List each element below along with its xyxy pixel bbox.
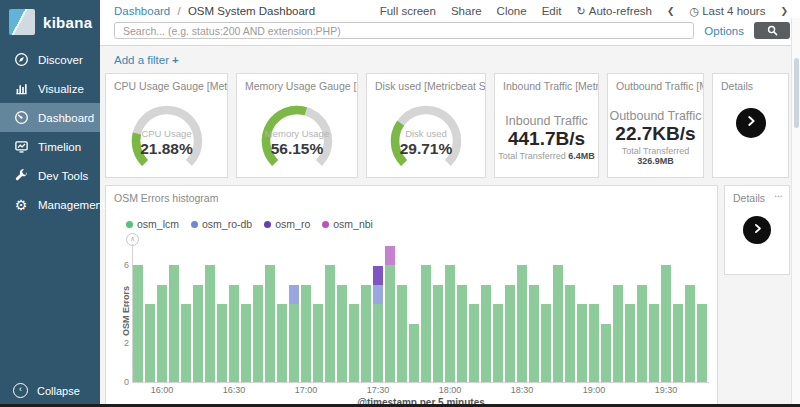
histogram-bar[interactable] [289,285,299,382]
sidebar-item-label: Dashboard [38,112,94,124]
histogram-bar[interactable] [421,265,431,382]
gauge-icon [13,110,29,126]
x-tick-label: 16:30 [223,385,246,395]
histogram-bar[interactable] [493,304,503,382]
y-axis-label: OSM Errors [121,281,131,341]
main-area: Dashboard / OSM System Dashboard Full sc… [100,0,800,407]
filter-bar: Add a filter+ [100,46,800,73]
kibana-logo-text: kibana [43,14,92,31]
plus-icon: + [172,54,179,66]
metric-subtext: Total Transferred 6.4MB [498,151,595,161]
edit-button[interactable]: Edit [542,5,562,17]
histogram-bar[interactable] [193,285,203,382]
sidebar-item-visualize[interactable]: Visualize [0,74,100,103]
breadcrumb: Dashboard / OSM System Dashboard [114,5,315,17]
histogram-bar[interactable] [517,265,527,382]
histogram-bar[interactable] [577,304,587,382]
histogram-bar[interactable] [373,266,383,382]
full-screen-button[interactable]: Full screen [380,5,436,17]
histogram-bar[interactable] [553,265,563,382]
histogram-bar[interactable] [445,265,455,382]
histogram-bar[interactable] [145,304,155,382]
legend-item-osm_ro-db[interactable]: osm_ro-db [191,218,252,230]
histogram-bar[interactable] [697,304,707,382]
wrench-icon [13,168,29,184]
sidebar-item-management[interactable]: ⚙ Management [0,190,100,219]
details-expand-button[interactable] [736,108,766,138]
collapse-arrow-icon: ‹ [13,383,28,398]
histogram-bar[interactable] [625,304,635,382]
time-back-chevron[interactable]: ❮ [667,6,675,16]
histogram-bar[interactable] [601,324,611,382]
search-input[interactable] [114,22,694,39]
histogram-bar[interactable] [673,304,683,382]
histogram-bar[interactable] [505,285,515,382]
histogram-bar[interactable] [217,304,227,382]
panel-options-menu[interactable]: ••• [775,193,783,199]
kibana-logo[interactable]: kibana [0,0,100,45]
histogram-bar[interactable] [589,304,599,382]
clock-icon: ◷ [690,5,700,17]
histogram-bar[interactable] [637,285,647,382]
histogram-bar[interactable] [565,285,575,382]
legend-label: osm_ro-db [202,218,252,230]
x-tick-label: 17:00 [295,385,318,395]
histogram-bar[interactable] [169,265,179,382]
options-link[interactable]: Options [704,25,744,37]
time-forward-chevron[interactable]: ❯ [780,6,788,16]
breadcrumb-dashboard-link[interactable]: Dashboard [114,5,170,17]
histogram-bar[interactable] [409,324,419,382]
sidebar-collapse-button[interactable]: ‹ Collapse [0,383,80,398]
histogram-bar[interactable] [229,285,239,382]
sidebar-item-timelion[interactable]: Timelion [0,132,100,161]
histogram-bar[interactable] [313,304,323,382]
time-picker-button[interactable]: ◷Last 4 hours [690,5,766,18]
histogram-bar[interactable] [649,304,659,382]
histogram-bar[interactable] [205,265,215,382]
sidebar-item-dashboard[interactable]: Dashboard [0,103,100,132]
histogram-bar[interactable] [361,285,371,382]
histogram-bar[interactable] [277,304,287,382]
y-tick-label: 2 [115,338,129,348]
histogram-bar[interactable] [661,265,671,382]
legend-item-osm_lcm[interactable]: osm_lcm [126,218,179,230]
histogram-bar[interactable] [613,285,623,382]
histogram-bar[interactable] [181,304,191,382]
histogram-bar[interactable] [241,304,251,382]
sidebar-item-dev-tools[interactable]: Dev Tools [0,161,100,190]
histogram-bar[interactable] [301,285,311,382]
legend-item-osm_nbi[interactable]: osm_nbi [322,218,373,230]
sidebar-item-discover[interactable]: Discover [0,45,100,74]
histogram-bar[interactable] [325,265,335,382]
y-tick-label: 6 [115,260,129,270]
histogram-bar[interactable] [337,285,347,382]
legend-item-osm_ro[interactable]: osm_ro [264,218,310,230]
inbound-traffic-panel: Inbound Traffic [Metri... Inbound Traffi… [494,73,599,178]
histogram-bar[interactable] [385,246,395,382]
histogram-bar[interactable] [133,265,143,382]
details-expand-button[interactable] [743,216,771,244]
memory-gauge [242,94,352,174]
histogram-bar[interactable] [157,285,167,382]
dashboard-actions: Full screen Share Clone Edit ↻Auto-refre… [380,5,788,18]
histogram-bar[interactable] [469,304,479,382]
scrollbar-thumb[interactable] [794,58,799,128]
clone-button[interactable]: Clone [497,5,527,17]
histogram-bar[interactable] [433,285,443,382]
histogram-bar[interactable] [529,285,539,382]
histogram-bar[interactable] [253,285,263,382]
histogram-bar[interactable] [349,304,359,382]
histogram-bar[interactable] [685,285,695,382]
histogram-bar[interactable] [265,265,275,382]
legend-dot-icon [191,221,198,228]
histogram-bar[interactable] [481,285,491,382]
sidebar-item-label: Management [38,199,105,211]
histogram-bar[interactable] [397,285,407,382]
histogram-bar[interactable] [541,304,551,382]
refresh-icon: ↻ [577,5,586,17]
search-button[interactable] [754,22,790,39]
share-button[interactable]: Share [451,5,482,17]
histogram-bar[interactable] [457,285,467,382]
add-filter-button[interactable]: Add a filter+ [114,54,179,66]
auto-refresh-button[interactable]: ↻Auto-refresh [577,5,653,18]
